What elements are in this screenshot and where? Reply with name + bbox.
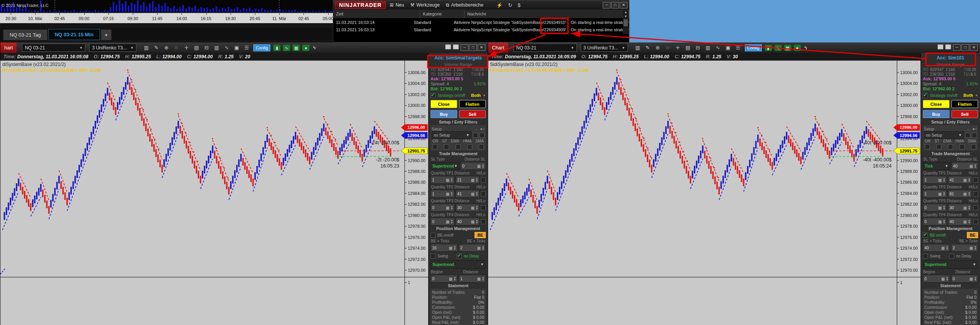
- layout-button[interactable]: [445, 44, 451, 49]
- filter-checkbox-st[interactable]: [936, 144, 941, 149]
- zoom-out-icon[interactable]: ⊖: [663, 45, 672, 51]
- stepper-icons[interactable]: ▲▼: [454, 245, 456, 250]
- tp3-distance-input[interactable]: 30▦▲▼: [948, 204, 972, 212]
- stepper-icons[interactable]: ▲▼: [943, 191, 945, 196]
- tp1-hilo-checkbox[interactable]: [973, 178, 978, 183]
- crosshair-icon[interactable]: ✛: [182, 45, 191, 51]
- tp4-distance-input[interactable]: 40▦▲▼: [456, 218, 480, 225]
- step-down-icon[interactable]: ▼: [476, 222, 478, 224]
- close-button[interactable]: Close: [431, 100, 457, 108]
- speaker-icon[interactable]: ◄»: [972, 127, 977, 131]
- step-down-icon[interactable]: ▼: [946, 279, 948, 281]
- stepper-icons[interactable]: ▲▼: [946, 276, 948, 281]
- stepper-icons[interactable]: ▲▼: [968, 219, 970, 224]
- snapshot-icon[interactable]: ▣: [232, 45, 241, 51]
- tp1-qty-input[interactable]: 1▦▲▼: [923, 176, 947, 184]
- stepper-icons[interactable]: ▲▼: [943, 178, 945, 182]
- filter-checkbox-st[interactable]: [444, 144, 449, 149]
- config-button[interactable]: Config: [253, 44, 270, 51]
- tp1-qty-input[interactable]: 1▦▲▼: [431, 176, 454, 184]
- data-series-icon[interactable]: ▤: [683, 45, 692, 51]
- step-down-icon[interactable]: ▼: [451, 222, 453, 224]
- filter-checkbox-ema[interactable]: [456, 144, 461, 149]
- filter-checkbox-hma[interactable]: [960, 144, 965, 149]
- filter-checkbox-hma[interactable]: [467, 144, 472, 149]
- tp2-hilo-checkbox[interactable]: [481, 191, 486, 196]
- step-down-icon[interactable]: ▼: [451, 194, 453, 196]
- step-down-icon[interactable]: ▼: [482, 166, 484, 168]
- sell-button[interactable]: Sell: [951, 110, 978, 118]
- column-header-kategorie[interactable]: Kategorie: [420, 10, 465, 18]
- tp2-qty-input[interactable]: 1▦▲▼: [923, 190, 947, 198]
- chart-tab[interactable]: NQ 03-21 15 Min: [48, 29, 100, 40]
- marker-icon[interactable]: ●: [302, 45, 309, 51]
- sl-type-dropdown[interactable]: Tick▼: [923, 162, 950, 170]
- trail-distance-input[interactable]: 1▦▲▼: [459, 275, 486, 283]
- filter-checkbox-sma[interactable]: [479, 144, 484, 149]
- scrollbar-thumb[interactable]: [624, 19, 628, 26]
- step-down-icon[interactable]: ▼: [943, 222, 945, 224]
- tp3-hilo-checkbox[interactable]: [481, 205, 486, 210]
- flatten-button[interactable]: Flatten: [459, 100, 486, 108]
- price-bars-icon[interactable]: ▥: [142, 45, 151, 51]
- stepper-icons[interactable]: ▲▼: [451, 219, 453, 224]
- order-entry-icon[interactable]: ▮: [765, 45, 772, 51]
- stepper-icons[interactable]: ▲▼: [974, 164, 977, 168]
- stepper-icons[interactable]: ▲▼: [476, 191, 478, 196]
- tp1-distance-input[interactable]: 41▦▲▼: [948, 176, 972, 184]
- zoom-in-icon[interactable]: ⊕: [653, 45, 662, 51]
- setup-checkbox[interactable]: [972, 133, 977, 138]
- layout-button[interactable]: [945, 44, 951, 49]
- properties-icon[interactable]: ☰: [242, 45, 251, 51]
- scroll-down-icon[interactable]: ▼: [624, 14, 627, 19]
- be-gt-input[interactable]: 16▦▲▼: [431, 244, 458, 252]
- step-down-icon[interactable]: ▼: [974, 166, 977, 168]
- indicator-icon[interactable]: ∿: [222, 45, 231, 51]
- nodelay-checkbox[interactable]: [949, 254, 954, 259]
- tp3-hilo-checkbox[interactable]: [973, 205, 978, 210]
- snapshot-icon[interactable]: ▣: [724, 45, 732, 51]
- step-down-icon[interactable]: ▼: [451, 180, 453, 182]
- swing-checkbox[interactable]: [431, 254, 436, 259]
- refresh-icon[interactable]: ↻: [508, 2, 512, 8]
- stepper-icons[interactable]: ▲▼: [482, 245, 484, 250]
- setup-checkbox[interactable]: [480, 133, 485, 138]
- nodelay-checkbox[interactable]: [457, 254, 462, 259]
- step-down-icon[interactable]: ▼: [968, 180, 970, 182]
- stepper-icons[interactable]: ▲▼: [974, 276, 977, 281]
- step-down-icon[interactable]: ▼: [451, 208, 453, 210]
- strategy-checkbox[interactable]: [923, 93, 928, 98]
- menu-item-neu[interactable]: ⊞Neu: [390, 2, 404, 8]
- filter-checkbox-ema[interactable]: [948, 144, 953, 149]
- stepper-icons[interactable]: ▲▼: [968, 178, 970, 182]
- beginn-input[interactable]: 0▦▲▼: [923, 275, 950, 283]
- menu-item-werkzeuge[interactable]: ⚒Werkzeuge: [410, 2, 439, 8]
- step-down-icon[interactable]: ▼: [974, 248, 977, 250]
- layout-button[interactable]: [453, 44, 459, 49]
- minimize-button[interactable]: ─: [603, 2, 610, 8]
- speaker-icon[interactable]: ◄»: [479, 127, 485, 131]
- be-button[interactable]: BE: [967, 232, 978, 238]
- tp1-distance-input[interactable]: 21▦▲▼: [456, 176, 480, 184]
- stepper-icons[interactable]: ▲▼: [946, 245, 948, 250]
- step-down-icon[interactable]: ▼: [968, 222, 970, 224]
- close-button[interactable]: ✕: [620, 2, 627, 8]
- stepper-icons[interactable]: ▲▼: [968, 205, 970, 210]
- stepper-icons[interactable]: ▲▼: [482, 164, 484, 168]
- tp3-qty-input[interactable]: 0▦▲▼: [923, 204, 947, 212]
- lightning-icon[interactable]: ϟ: [803, 45, 809, 51]
- step-down-icon[interactable]: ▼: [476, 208, 478, 210]
- stepper-icons[interactable]: ▲▼: [451, 205, 453, 210]
- beginn-input[interactable]: 0▦▲▼: [431, 275, 458, 283]
- zoom-out-icon[interactable]: ⊖: [172, 45, 181, 51]
- config-button[interactable]: Config: [745, 44, 762, 51]
- distance-sl-input[interactable]: 0▦▲▼: [461, 162, 486, 170]
- chart-trader-icon[interactable]: ▦: [293, 45, 300, 51]
- tp4-hilo-checkbox[interactable]: [481, 219, 486, 224]
- menu-item-arbeitsbereiche[interactable]: ⧉Arbeitsbereiche: [446, 2, 483, 8]
- step-down-icon[interactable]: ▼: [476, 194, 478, 196]
- period-selector[interactable]: 3 UniRenko T3...▼: [581, 44, 628, 52]
- tp1-hilo-checkbox[interactable]: [481, 178, 486, 183]
- tp4-distance-input[interactable]: 40▦▲▼: [948, 218, 972, 225]
- instrument-selector[interactable]: NQ 03-21▼: [514, 44, 577, 52]
